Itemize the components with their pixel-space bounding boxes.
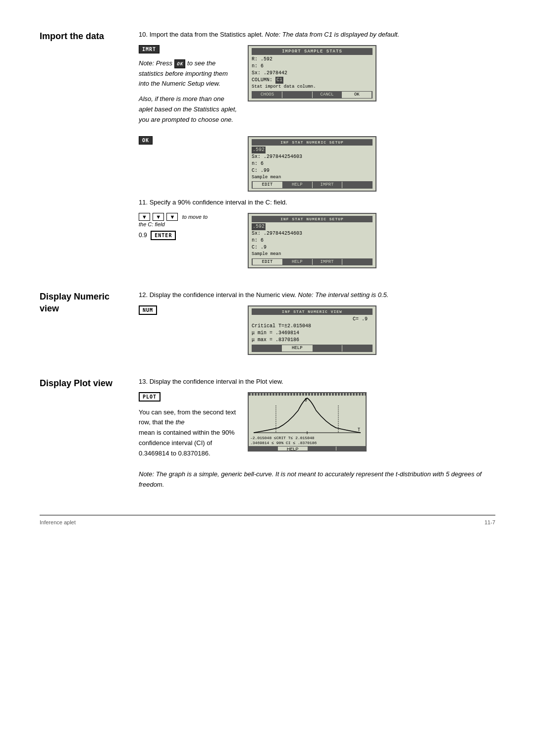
import-heading: Import the data: [40, 30, 139, 42]
lcd-plot-e2: [308, 447, 336, 451]
lcd-n1: n: 6: [252, 160, 373, 167]
explanation-text: You can see, from the second text row, t…: [139, 407, 238, 459]
imrt-left: IMRT Note: Press OK to see the statistic…: [139, 45, 238, 130]
plot-note: Note: The graph is a simple, generic bel…: [139, 469, 495, 490]
num-key[interactable]: NUM: [139, 305, 157, 315]
lcd-sx: Sx: .2978442: [252, 70, 373, 77]
ok-small-key[interactable]: OK: [174, 59, 186, 68]
lcd-edit1: EDIT: [253, 182, 282, 188]
lcd-inf-stat1: INF STAT NUMERIC SETUP .592 Sx: .2978442…: [248, 136, 376, 192]
svg-text:0: 0: [305, 398, 307, 403]
lcd-footer-cancl: CANCL: [313, 92, 342, 98]
step10-note: Note: The data from C1 is displayed by d…: [265, 31, 399, 38]
step11-right: INF STAT NUMERIC SETUP .592 Sx: .2978442…: [248, 213, 495, 268]
val-09: 0.9: [139, 232, 147, 239]
lcd-plot-line1: -2.015048 ≤CRIT T≤ 2.015048: [250, 436, 364, 441]
display-plot-content: 13. Display the confidence interval in t…: [139, 377, 495, 495]
lcd-c1: C: .99: [252, 167, 373, 174]
lcd-plot-e3: [336, 447, 365, 451]
enter-key[interactable]: ENTER: [151, 231, 176, 240]
page-footer: Inference aplet 11-7: [40, 515, 495, 525]
display-plot-heading: Display Plot view: [40, 377, 139, 389]
lcd-help1: HELP: [282, 182, 312, 188]
lcd-num-footer: HELP: [252, 345, 373, 352]
lcd-plot-footer: HELP: [249, 446, 366, 451]
down1-key[interactable]: ▼: [139, 213, 150, 221]
down2-key[interactable]: ▼: [153, 213, 164, 221]
move-keys-row: ▼ ▼ ▼ to move tothe C: field: [139, 213, 238, 228]
import-section: Import the data 10. Import the data from…: [40, 30, 495, 274]
lcd-num-e3: [342, 345, 372, 352]
ok-key[interactable]: OK: [139, 136, 153, 145]
lcd-c-val: C= .9: [252, 316, 373, 323]
lcd-plot-help: HELP: [278, 447, 307, 451]
lcd-imprt2: IMPRT: [313, 259, 342, 265]
import-content: 10. Import the data from the Statistics …: [139, 30, 495, 274]
lcd-n: n: 6: [252, 63, 373, 70]
lcd-num-title: INF STAT NUMERIC VIEW: [252, 308, 373, 315]
lcd-mu-min: μ min = .3469814: [252, 330, 373, 337]
lcd-r: R: .592: [252, 56, 373, 63]
plot-row: PLOT You can see, from the second text r…: [139, 392, 495, 464]
lcd-label1: Sample mean: [252, 174, 373, 181]
lcd-footer-choos: CHOOS: [253, 92, 282, 98]
note-press-block: Note: Press OK to see the statistics bef…: [139, 58, 238, 89]
svg-text:T: T: [358, 428, 360, 432]
lcd-stat-label: Stat import data column.: [252, 84, 373, 90]
lcd-plot-e1: [250, 447, 278, 451]
lcd-r2: .592: [252, 223, 373, 230]
step10-main: Import the data from the Statistics aple…: [150, 31, 264, 38]
lcd-import-footer: CHOOS CANCL OK: [252, 91, 373, 99]
footer-right: 11-7: [484, 519, 495, 525]
lcd-numeric-view: INF STAT NUMERIC VIEW C= .9 Critical T=±…: [248, 305, 376, 355]
display-numeric-section: Display Numeric view 12. Display the con…: [40, 290, 495, 361]
lcd-label2: Sample mean: [252, 251, 373, 257]
lcd-num-help: HELP: [282, 345, 312, 352]
lcd-edit2: EDIT: [253, 259, 282, 265]
footer-left: Inference aplet: [40, 519, 76, 525]
lcd-inf-footer1: EDIT HELP IMPRT: [252, 181, 373, 189]
lcd-sx1: Sx: .297844254603: [252, 153, 373, 160]
lcd-footer-ok: OK: [342, 92, 372, 98]
lcd-c2: C: .9: [252, 244, 373, 251]
step13-text: 13. Display the confidence interval in t…: [139, 377, 495, 387]
num-left: NUM: [139, 305, 238, 315]
step10-number: 10.: [139, 31, 148, 38]
lcd-num-e1: [253, 345, 282, 352]
note-also-block: Also, if there is more than one aplet ba…: [139, 94, 238, 125]
down3-key[interactable]: ▼: [166, 213, 178, 221]
step10-text: 10. Import the data from the Statistics …: [139, 30, 495, 40]
plot-left: PLOT You can see, from the second text r…: [139, 392, 238, 464]
lcd-imprt1: IMPRT: [313, 182, 342, 188]
lcd-inf-stat2: INF STAT NUMERIC SETUP .592 Sx: .2978442…: [248, 213, 376, 268]
lcd-plot-view: 0 T -2.015048 ≤CRIT T≤ 2.015048 .3469814…: [248, 392, 367, 452]
step11-text: 11. Specify a 90% confidence interval in…: [139, 198, 495, 208]
plot-right: 0 T -2.015048 ≤CRIT T≤ 2.015048 .3469814…: [248, 392, 495, 452]
num-right: INF STAT NUMERIC VIEW C= .9 Critical T=±…: [248, 305, 495, 355]
lcd-empty1: [342, 182, 372, 188]
plot-key[interactable]: PLOT: [139, 392, 160, 402]
num-row: NUM INF STAT NUMERIC VIEW C= .9 Critical…: [139, 305, 495, 355]
lcd-empty2: [342, 259, 372, 265]
lcd-plot-text: -2.015048 ≤CRIT T≤ 2.015048 .3469814 ≤ 9…: [249, 435, 366, 447]
display-plot-section: Display Plot view 13. Display the confid…: [40, 377, 495, 495]
lcd-r1: .592: [252, 147, 373, 153]
lcd-critical: Critical T=±2.015048: [252, 323, 373, 330]
lcd-num-e2: [313, 345, 342, 352]
ok-row: OK INF STAT NUMERIC SETUP .592 Sx: .2978…: [139, 136, 495, 192]
bell-curve-svg: 0 T: [249, 396, 366, 435]
lcd-inf-title2: INF STAT NUMERIC SETUP: [252, 216, 373, 222]
step12-text: 12. Display the confidence interval in t…: [139, 290, 495, 301]
lcd-inf-title1: INF STAT NUMERIC SETUP: [252, 139, 373, 146]
lcd-help2: HELP: [282, 259, 312, 265]
lcd-sx2: Sx: .297844254603: [252, 230, 373, 237]
imrt-right: IMPORT SAMPLE STATS R: .592 n: 6 Sx: .29…: [248, 45, 495, 101]
imrt-key[interactable]: IMRT: [139, 45, 160, 53]
lcd-mu-max: μ max = .8370186: [252, 337, 373, 344]
lcd-column: COLUMN: C1: [252, 77, 373, 84]
imrt-row: IMRT Note: Press OK to see the statistic…: [139, 45, 495, 130]
lcd-plot-line2: .3469814 ≤ 90% CI ≤ .8370186: [250, 441, 364, 446]
lcd-inf-footer2: EDIT HELP IMPRT: [252, 258, 373, 266]
lcd-footer-empty1: [282, 92, 312, 98]
ok-left: OK: [139, 136, 238, 145]
